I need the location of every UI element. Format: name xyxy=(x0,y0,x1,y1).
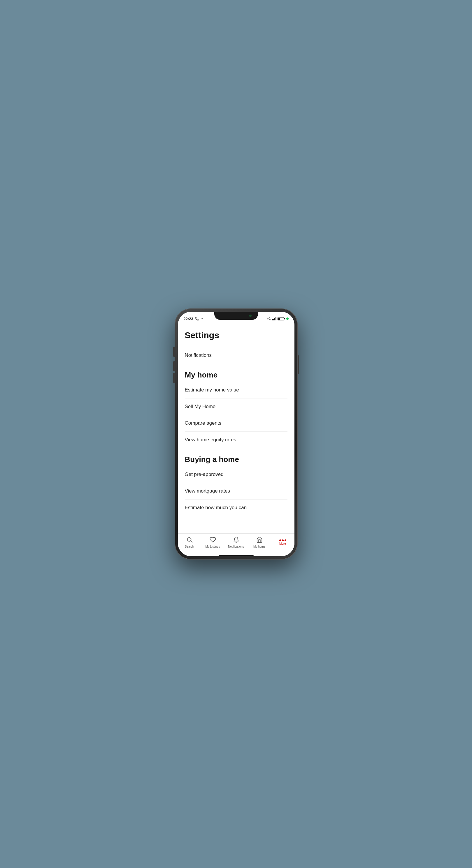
bell-icon xyxy=(233,536,239,544)
phone-screen: 22:23 📞 ·· 4G xyxy=(178,312,294,556)
battery-icon xyxy=(277,317,284,320)
menu-item-compare-agents[interactable]: Compare agents xyxy=(185,415,288,432)
menu-item-pre-approved[interactable]: Get pre-approved xyxy=(185,466,288,483)
section-buying-home: Buying a home Get pre-approved View mort… xyxy=(185,455,288,516)
menu-item-home-equity[interactable]: View home equity rates xyxy=(185,432,288,448)
svg-line-1 xyxy=(191,541,192,542)
heart-icon xyxy=(210,536,216,544)
nav-my-listings[interactable]: My Listings xyxy=(204,536,222,548)
section-heading-my-home: My home xyxy=(185,371,288,379)
nav-notifications[interactable]: Notifications xyxy=(227,536,245,548)
network-label: 4G xyxy=(267,317,270,320)
search-icon xyxy=(186,536,193,544)
section-heading-buying-home: Buying a home xyxy=(185,455,288,464)
page-title: Settings xyxy=(185,330,288,340)
content-fade xyxy=(178,525,294,533)
main-content: Settings Notifications My home Estimate … xyxy=(178,324,294,525)
section-general: Notifications xyxy=(185,347,288,364)
menu-item-estimate-value[interactable]: Estimate my home value xyxy=(185,382,288,399)
section-my-home: My home Estimate my home value Sell My H… xyxy=(185,371,288,448)
status-right: 4G xyxy=(267,317,288,320)
nav-my-listings-label: My Listings xyxy=(205,545,220,548)
active-dot xyxy=(286,317,289,320)
ellipsis-icon: ·· xyxy=(201,317,203,320)
nav-search-label: Search xyxy=(185,545,194,548)
time-display: 22:23 xyxy=(184,317,193,321)
phone-frame: 22:23 📞 ·· 4G xyxy=(175,309,297,559)
nav-more[interactable]: More xyxy=(274,539,292,545)
nav-my-home[interactable]: My home xyxy=(251,536,268,548)
home-indicator xyxy=(219,555,254,556)
home-icon xyxy=(256,536,263,544)
status-left: 22:23 📞 ·· xyxy=(184,317,203,321)
menu-item-estimate-afford[interactable]: Estimate how much you can xyxy=(185,499,288,516)
signal-icon xyxy=(272,317,276,320)
nav-my-home-label: My home xyxy=(253,545,265,548)
nav-more-label: More xyxy=(279,542,286,545)
nav-notifications-label: Notifications xyxy=(228,545,244,548)
phone-icon: 📞 xyxy=(195,317,199,321)
menu-item-sell-home[interactable]: Sell My Home xyxy=(185,399,288,415)
bottom-nav: Search My Listings Notifications xyxy=(178,533,294,554)
notch xyxy=(214,312,258,320)
nav-search[interactable]: Search xyxy=(181,536,198,548)
more-icon xyxy=(279,539,286,541)
menu-item-notifications[interactable]: Notifications xyxy=(185,347,288,364)
menu-item-mortgage-rates[interactable]: View mortgage rates xyxy=(185,483,288,499)
